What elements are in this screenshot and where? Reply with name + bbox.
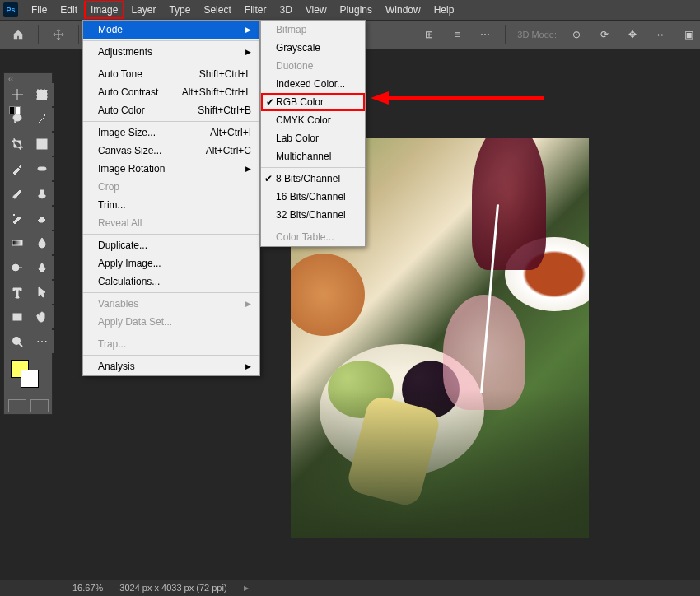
menu-3d[interactable]: 3D [273,1,298,19]
menu-item-mode[interactable]: Mode▶ [83,21,259,39]
mode-submenu-dropdown: BitmapGrayscaleDuotoneIndexed Color...✔R… [260,20,366,247]
home-icon[interactable] [7,23,30,46]
marquee-tool-icon[interactable] [30,83,54,106]
status-bar: 16.67% 3024 px x 4033 px (72 ppi) ▶ [64,580,249,596]
more-icon[interactable]: ⋯ [474,23,497,46]
annotation-arrow-icon [371,91,544,105]
zoom-tool-icon[interactable] [6,330,29,353]
menu-item-multichannel[interactable]: Multichannel [261,147,365,165]
blur-tool-icon[interactable] [30,231,54,254]
menu-separator [83,234,259,235]
svg-rect-8 [13,314,21,320]
menu-item-cmyk-color[interactable]: CMYK Color [261,111,365,129]
menu-separator [83,355,259,356]
magic-wand-tool-icon[interactable] [30,108,54,131]
brush-tool-icon[interactable] [6,182,29,205]
dodge-tool-icon[interactable] [6,256,29,279]
svg-rect-6 [12,240,22,245]
svg-point-7 [12,264,19,271]
menu-item-auto-color[interactable]: Auto ColorShift+Ctrl+B [83,101,259,119]
color-swatches[interactable] [6,356,50,396]
pen-tool-icon[interactable] [30,256,54,279]
tools-panel: ‹‹ ⋯ [3,72,53,415]
hand-tool-icon[interactable] [30,305,54,328]
quick-mask-icon[interactable] [8,399,26,412]
svg-point-9 [13,338,20,344]
menu-filter[interactable]: Filter [238,1,273,19]
pan-icon[interactable]: ✥ [621,23,644,46]
move-tool-icon[interactable] [47,23,70,46]
menu-item-crop: Crop [83,178,259,196]
menu-help[interactable]: Help [427,1,461,19]
menu-item-rgb-color[interactable]: ✔RGB Color [261,93,365,111]
menu-item-apply-image[interactable]: Apply Image... [83,254,259,272]
menu-view[interactable]: View [299,1,334,19]
menu-item-32-bits-channel[interactable]: 32 Bits/Channel [261,206,365,224]
menu-separator [83,333,259,333]
menu-item-auto-contrast[interactable]: Auto ContrastAlt+Shift+Ctrl+L [83,83,259,101]
menu-item-16-bits-channel[interactable]: 16 Bits/Channel [261,188,365,206]
screen-mode-icon[interactable] [30,399,49,412]
healing-brush-tool-icon[interactable] [30,157,54,180]
type-tool-icon[interactable] [6,281,29,304]
app-logo-icon: Ps [3,2,18,17]
menu-file[interactable]: File [25,1,54,19]
svg-point-4 [40,168,41,170]
menu-type[interactable]: Type [162,1,197,19]
statusbar-flyout-icon[interactable]: ▶ [244,584,249,592]
image-menu-dropdown: Mode▶Adjustments▶Auto ToneShift+Ctrl+LAu… [82,20,260,376]
menu-item-indexed-color[interactable]: Indexed Color... [261,75,365,93]
history-brush-tool-icon[interactable] [6,207,29,230]
menu-item-duplicate[interactable]: Duplicate... [83,236,259,254]
rotate-icon[interactable]: ⟳ [593,23,616,46]
menu-item-bitmap: Bitmap [261,21,365,39]
menu-item-8-bits-channel[interactable]: ✔8 Bits/Channel [261,170,365,188]
move-tool-icon[interactable] [6,83,29,106]
frame-tool-icon[interactable] [30,133,54,156]
menu-item-adjustments[interactable]: Adjustments▶ [83,43,259,61]
menu-item-reveal-all: Reveal All [83,214,259,232]
gradient-tool-icon[interactable] [6,231,29,254]
menu-image[interactable]: Image [84,1,124,19]
menu-item-trim[interactable]: Trim... [83,196,259,214]
menu-separator [83,63,259,63]
menu-window[interactable]: Window [379,1,427,19]
menu-edit[interactable]: Edit [54,1,84,19]
clone-stamp-tool-icon[interactable] [30,182,54,205]
menu-item-canvas-size[interactable]: Canvas Size...Alt+Ctrl+C [83,142,259,160]
menu-item-auto-tone[interactable]: Auto ToneShift+Ctrl+L [83,65,259,83]
menu-item-variables: Variables▶ [83,295,259,313]
menu-layer[interactable]: Layer [124,1,162,19]
rectangle-tool-icon[interactable] [6,305,29,328]
menu-plugins[interactable]: Plugins [334,1,379,19]
document-dimensions: 3024 px x 4033 px (72 ppi) [119,583,226,593]
menu-item-lab-color[interactable]: Lab Color [261,129,365,147]
menu-select[interactable]: Select [197,1,237,19]
path-selection-tool-icon[interactable] [30,281,54,304]
menu-item-analysis[interactable]: Analysis▶ [83,357,259,375]
crop-tool-icon[interactable] [6,133,29,156]
align-icon[interactable]: ⊞ [418,23,441,46]
menu-separator [261,167,365,168]
menu-item-apply-data-set: Apply Data Set... [83,313,259,331]
svg-point-1 [13,114,21,121]
menu-separator [261,226,365,226]
panel-collapse-icon[interactable]: ‹‹ [6,75,50,83]
eyedropper-tool-icon[interactable] [6,157,29,180]
menu-item-trap: Trap... [83,335,259,353]
background-color-swatch[interactable] [21,370,39,388]
menu-item-calculations[interactable]: Calculations... [83,272,259,291]
eraser-tool-icon[interactable] [30,207,54,230]
default-colors-icon[interactable] [9,106,21,114]
orbit-icon[interactable]: ⊙ [565,23,588,46]
edit-toolbar-icon[interactable]: ⋯ [30,330,54,353]
menu-item-grayscale[interactable]: Grayscale [261,39,365,57]
menu-item-image-rotation[interactable]: Image Rotation▶ [83,160,259,178]
menu-item-image-size[interactable]: Image Size...Alt+Ctrl+I [83,123,259,142]
camera-icon[interactable]: ▣ [677,23,700,46]
slide-icon[interactable]: ↔ [649,23,672,46]
distribute-icon[interactable]: ≡ [446,23,469,46]
menu-separator [83,40,259,41]
3d-mode-label: 3D Mode: [514,30,560,40]
zoom-level[interactable]: 16.67% [72,583,103,593]
